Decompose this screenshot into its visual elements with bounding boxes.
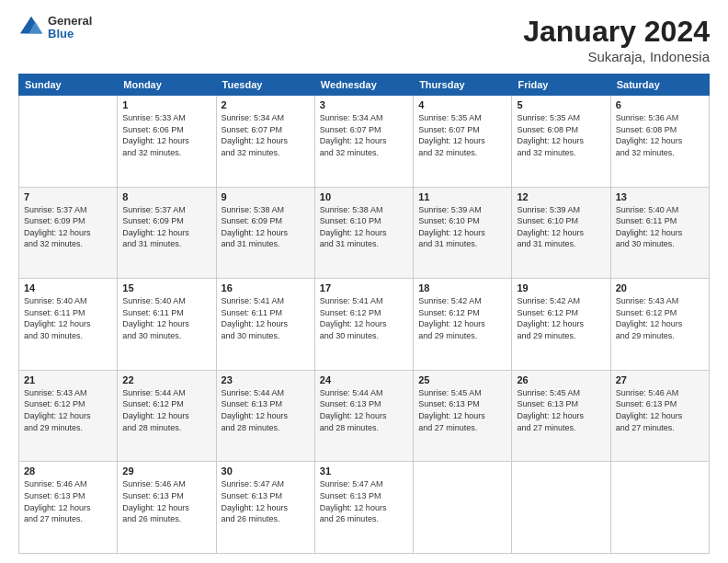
title-location: Sukaraja, Indonesia <box>523 49 710 64</box>
day-number: 6 <box>616 99 704 110</box>
day-info: Sunrise: 5:40 AM Sunset: 6:11 PM Dayligh… <box>616 204 704 250</box>
table-row: 20Sunrise: 5:43 AM Sunset: 6:12 PM Dayli… <box>610 279 709 371</box>
calendar-week-row: 7Sunrise: 5:37 AM Sunset: 6:09 PM Daylig… <box>19 187 710 279</box>
day-number: 19 <box>517 282 605 293</box>
table-row <box>414 462 512 554</box>
day-number: 26 <box>517 374 605 385</box>
day-info: Sunrise: 5:38 AM Sunset: 6:10 PM Dayligh… <box>320 204 408 250</box>
day-number: 31 <box>320 465 408 477</box>
logo-blue: Blue <box>48 28 92 40</box>
day-number: 8 <box>122 191 210 202</box>
table-row: 14Sunrise: 5:40 AM Sunset: 6:11 PM Dayli… <box>19 279 118 371</box>
logo-text: General Blue <box>48 15 92 41</box>
day-info: Sunrise: 5:35 AM Sunset: 6:08 PM Dayligh… <box>517 112 605 158</box>
day-number: 4 <box>418 99 506 110</box>
day-info: Sunrise: 5:46 AM Sunset: 6:13 PM Dayligh… <box>616 387 704 433</box>
col-monday: Monday <box>118 75 216 96</box>
day-info: Sunrise: 5:44 AM Sunset: 6:13 PM Dayligh… <box>320 387 408 433</box>
calendar-week-row: 28Sunrise: 5:46 AM Sunset: 6:13 PM Dayli… <box>19 462 710 554</box>
logo-general: General <box>48 15 92 28</box>
table-row: 6Sunrise: 5:36 AM Sunset: 6:08 PM Daylig… <box>610 96 709 188</box>
table-row: 1Sunrise: 5:33 AM Sunset: 6:06 PM Daylig… <box>118 96 216 188</box>
day-number: 29 <box>122 465 210 477</box>
day-number: 25 <box>418 374 506 385</box>
day-number: 10 <box>320 191 408 202</box>
day-number: 9 <box>222 191 310 202</box>
day-info: Sunrise: 5:42 AM Sunset: 6:12 PM Dayligh… <box>418 295 506 341</box>
table-row: 12Sunrise: 5:39 AM Sunset: 6:10 PM Dayli… <box>512 187 610 279</box>
col-tuesday: Tuesday <box>216 75 314 96</box>
day-info: Sunrise: 5:45 AM Sunset: 6:13 PM Dayligh… <box>517 387 605 433</box>
day-info: Sunrise: 5:40 AM Sunset: 6:11 PM Dayligh… <box>24 295 112 341</box>
day-number: 27 <box>616 374 704 385</box>
day-info: Sunrise: 5:47 AM Sunset: 6:13 PM Dayligh… <box>320 478 408 524</box>
day-number: 21 <box>24 374 112 385</box>
table-row: 17Sunrise: 5:41 AM Sunset: 6:12 PM Dayli… <box>314 279 413 371</box>
table-row: 10Sunrise: 5:38 AM Sunset: 6:10 PM Dayli… <box>314 187 413 279</box>
table-row: 11Sunrise: 5:39 AM Sunset: 6:10 PM Dayli… <box>414 187 512 279</box>
day-info: Sunrise: 5:41 AM Sunset: 6:12 PM Dayligh… <box>320 295 408 341</box>
day-number: 12 <box>517 191 605 202</box>
day-info: Sunrise: 5:44 AM Sunset: 6:12 PM Dayligh… <box>122 387 210 433</box>
day-number: 3 <box>320 99 408 110</box>
table-row <box>19 96 118 188</box>
day-info: Sunrise: 5:37 AM Sunset: 6:09 PM Dayligh… <box>122 204 210 250</box>
table-row: 3Sunrise: 5:34 AM Sunset: 6:07 PM Daylig… <box>314 96 413 188</box>
col-sunday: Sunday <box>19 75 118 96</box>
day-info: Sunrise: 5:40 AM Sunset: 6:11 PM Dayligh… <box>122 295 210 341</box>
day-number: 20 <box>616 282 704 293</box>
table-row: 13Sunrise: 5:40 AM Sunset: 6:11 PM Dayli… <box>610 187 709 279</box>
day-number: 14 <box>24 282 112 293</box>
day-number: 16 <box>222 282 310 293</box>
day-number: 7 <box>24 191 112 202</box>
day-number: 5 <box>517 99 605 110</box>
day-info: Sunrise: 5:37 AM Sunset: 6:09 PM Dayligh… <box>24 204 112 250</box>
day-info: Sunrise: 5:45 AM Sunset: 6:13 PM Dayligh… <box>418 387 506 433</box>
day-info: Sunrise: 5:34 AM Sunset: 6:07 PM Dayligh… <box>222 112 310 158</box>
title-block: January 2024 Sukaraja, Indonesia <box>523 15 710 64</box>
table-row: 21Sunrise: 5:43 AM Sunset: 6:12 PM Dayli… <box>19 370 118 462</box>
day-info: Sunrise: 5:39 AM Sunset: 6:10 PM Dayligh… <box>418 204 506 250</box>
page: General Blue January 2024 Sukaraja, Indo… <box>0 0 728 563</box>
calendar-header-row: Sunday Monday Tuesday Wednesday Thursday… <box>19 75 710 96</box>
table-row: 30Sunrise: 5:47 AM Sunset: 6:13 PM Dayli… <box>216 462 314 554</box>
day-info: Sunrise: 5:47 AM Sunset: 6:13 PM Dayligh… <box>222 478 310 524</box>
day-info: Sunrise: 5:44 AM Sunset: 6:13 PM Dayligh… <box>222 387 310 433</box>
day-info: Sunrise: 5:35 AM Sunset: 6:07 PM Dayligh… <box>418 112 506 158</box>
logo-icon <box>18 15 44 40</box>
table-row: 25Sunrise: 5:45 AM Sunset: 6:13 PM Dayli… <box>414 370 512 462</box>
calendar-week-row: 1Sunrise: 5:33 AM Sunset: 6:06 PM Daylig… <box>19 96 710 188</box>
day-number: 22 <box>122 374 210 385</box>
table-row: 26Sunrise: 5:45 AM Sunset: 6:13 PM Dayli… <box>512 370 610 462</box>
day-info: Sunrise: 5:43 AM Sunset: 6:12 PM Dayligh… <box>24 387 112 433</box>
table-row: 29Sunrise: 5:46 AM Sunset: 6:13 PM Dayli… <box>118 462 216 554</box>
table-row: 5Sunrise: 5:35 AM Sunset: 6:08 PM Daylig… <box>512 96 610 188</box>
table-row: 23Sunrise: 5:44 AM Sunset: 6:13 PM Dayli… <box>216 370 314 462</box>
table-row: 28Sunrise: 5:46 AM Sunset: 6:13 PM Dayli… <box>19 462 118 554</box>
table-row: 22Sunrise: 5:44 AM Sunset: 6:12 PM Dayli… <box>118 370 216 462</box>
table-row: 19Sunrise: 5:42 AM Sunset: 6:12 PM Dayli… <box>512 279 610 371</box>
day-info: Sunrise: 5:39 AM Sunset: 6:10 PM Dayligh… <box>517 204 605 250</box>
table-row: 8Sunrise: 5:37 AM Sunset: 6:09 PM Daylig… <box>118 187 216 279</box>
table-row: 9Sunrise: 5:38 AM Sunset: 6:09 PM Daylig… <box>216 187 314 279</box>
col-thursday: Thursday <box>414 75 512 96</box>
day-number: 15 <box>122 282 210 293</box>
calendar-week-row: 21Sunrise: 5:43 AM Sunset: 6:12 PM Dayli… <box>19 370 710 462</box>
title-month: January 2024 <box>523 15 710 49</box>
day-number: 1 <box>122 99 210 110</box>
day-info: Sunrise: 5:38 AM Sunset: 6:09 PM Dayligh… <box>222 204 310 250</box>
table-row: 15Sunrise: 5:40 AM Sunset: 6:11 PM Dayli… <box>118 279 216 371</box>
day-info: Sunrise: 5:36 AM Sunset: 6:08 PM Dayligh… <box>616 112 704 158</box>
header: General Blue January 2024 Sukaraja, Indo… <box>18 15 710 64</box>
table-row: 18Sunrise: 5:42 AM Sunset: 6:12 PM Dayli… <box>414 279 512 371</box>
table-row: 31Sunrise: 5:47 AM Sunset: 6:13 PM Dayli… <box>314 462 413 554</box>
day-info: Sunrise: 5:34 AM Sunset: 6:07 PM Dayligh… <box>320 112 408 158</box>
day-number: 23 <box>222 374 310 385</box>
day-number: 28 <box>24 465 112 477</box>
day-number: 24 <box>320 374 408 385</box>
day-info: Sunrise: 5:41 AM Sunset: 6:11 PM Dayligh… <box>222 295 310 341</box>
day-info: Sunrise: 5:33 AM Sunset: 6:06 PM Dayligh… <box>122 112 210 158</box>
col-friday: Friday <box>512 75 610 96</box>
day-info: Sunrise: 5:46 AM Sunset: 6:13 PM Dayligh… <box>122 478 210 524</box>
table-row: 24Sunrise: 5:44 AM Sunset: 6:13 PM Dayli… <box>314 370 413 462</box>
